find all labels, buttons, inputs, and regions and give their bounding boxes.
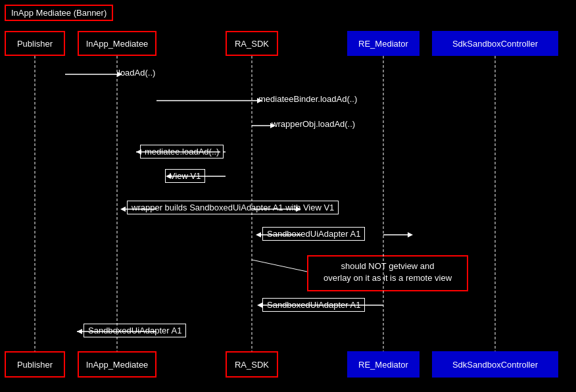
sdk-sandbox-controller-bottom-box: SdkSandboxController xyxy=(432,351,558,378)
svg-marker-16 xyxy=(256,232,261,237)
re-mediator-bottom-box: RE_Mediator xyxy=(347,351,420,378)
svg-marker-12 xyxy=(120,207,126,212)
load-ad-label: loadAd(..) xyxy=(118,68,155,78)
mediatee-load-ad-label: mediatee.loadAd(..) xyxy=(140,145,224,159)
wrapper-obj-load-ad-label: wrapperObj.loadAd(..) xyxy=(272,119,355,129)
sandboxed-ui-adapter-label-2: SandboxedUiAdapter A1 xyxy=(262,298,365,312)
svg-marker-18 xyxy=(408,232,413,237)
ra-sdk-bottom-box: RA_SDK xyxy=(226,351,278,378)
sandboxed-ui-adapter-label-3: SandboxedUiAdapter A1 xyxy=(84,324,186,337)
publisher-top-box: Publisher xyxy=(5,31,65,56)
re-mediator-top-box: RE_Mediator xyxy=(347,31,420,56)
inapp-mediatee-bottom-box: InApp_Mediatee xyxy=(78,351,156,378)
svg-marker-21 xyxy=(257,303,262,308)
inapp-mediatee-top-box: InApp_Mediatee xyxy=(78,31,156,56)
note-box: should NOT getview and overlay on it as … xyxy=(307,255,468,291)
publisher-bottom-box: Publisher xyxy=(5,351,65,378)
wrapper-builds-label: wrapper builds SandboxedUiAdapter A1 wit… xyxy=(127,201,339,214)
svg-line-19 xyxy=(252,260,307,272)
sdk-sandbox-controller-top-box: SdkSandboxController xyxy=(432,31,558,56)
svg-marker-23 xyxy=(77,329,82,334)
title-text: InApp Mediatee (Banner) xyxy=(11,8,107,18)
ra-sdk-top-box: RA_SDK xyxy=(226,31,278,56)
title-box: InApp Mediatee (Banner) xyxy=(5,5,113,21)
mediatee-binder-load-ad-label: mediateeBinder.loadAd(..) xyxy=(258,94,357,104)
sandboxed-ui-adapter-label-1: SandboxedUiAdapter A1 xyxy=(262,227,365,241)
view-v1-label: View V1 xyxy=(165,169,205,183)
